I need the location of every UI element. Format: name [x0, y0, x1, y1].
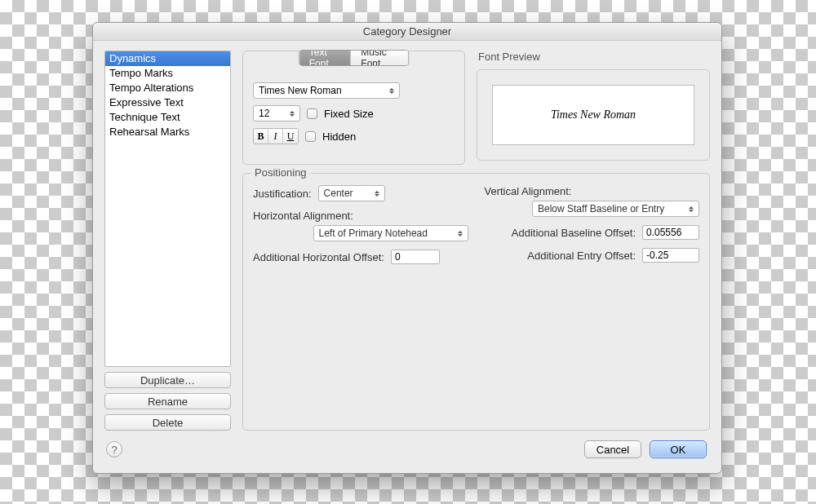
baseline-offset-label: Additional Baseline Offset: [512, 227, 636, 239]
category-item-label: Dynamics [109, 52, 156, 64]
horizontal-offset-label: Additional Horizontal Offset: [253, 251, 384, 263]
window-titlebar: Category Designer [93, 23, 721, 41]
positioning-columns: Justification: Center Horizontal Alignme… [253, 185, 699, 272]
help-button[interactable]: ? [106, 441, 122, 458]
hidden-label: Hidden [322, 130, 356, 143]
font-size-value: 12 [259, 108, 269, 119]
tab-label: Text Font [309, 50, 341, 66]
popup-caret-icon [387, 83, 397, 98]
font-preview-text: Times New Roman [492, 85, 694, 145]
positioning-panel: Positioning Justification: Center [242, 173, 710, 431]
dialog-footer: ? Cancel OK [104, 431, 710, 465]
top-row: Text Font Music Font Times New Roman 12 [242, 51, 710, 165]
category-item[interactable]: Tempo Marks [105, 66, 230, 81]
font-preview-panel: Font Preview Times New Roman [477, 51, 710, 165]
justification-popup[interactable]: Center [318, 185, 385, 201]
fixed-size-checkbox[interactable] [307, 108, 317, 119]
font-family-value: Times New Roman [259, 85, 342, 96]
category-item-label: Expressive Text [109, 96, 184, 108]
italic-toggle[interactable]: I [268, 129, 283, 144]
popup-caret-icon [455, 226, 465, 241]
baseline-offset-input[interactable] [642, 225, 699, 240]
font-size-popup[interactable]: 12 [253, 105, 300, 122]
category-item-label: Rehearsal Marks [109, 126, 189, 138]
delete-button[interactable]: Delete [104, 414, 231, 431]
bold-toggle[interactable]: B [254, 129, 268, 144]
positioning-left-col: Justification: Center Horizontal Alignme… [253, 185, 468, 272]
vertical-alignment-value: Below Staff Baseline or Entry [538, 203, 664, 214]
tab-music-font[interactable]: Music Font [351, 51, 408, 65]
style-toggle-group: B I U [253, 128, 299, 144]
fixed-size-label: Fixed Size [324, 108, 374, 120]
ok-button[interactable]: OK [650, 440, 707, 458]
category-item[interactable]: Expressive Text [105, 95, 230, 110]
category-item[interactable]: Technique Text [105, 110, 230, 125]
entry-offset-label: Additional Entry Offset: [527, 250, 636, 262]
hidden-checkbox[interactable] [305, 131, 316, 142]
horizontal-alignment-popup[interactable]: Left of Primary Notehead [313, 225, 468, 241]
justification-label: Justification: [253, 188, 312, 200]
category-item[interactable]: Dynamics [105, 51, 230, 66]
rename-button[interactable]: Rename [104, 393, 231, 409]
category-item[interactable]: Tempo Alterations [105, 81, 230, 95]
font-panel: Text Font Music Font Times New Roman 12 [242, 51, 465, 165]
horizontal-offset-input[interactable] [391, 250, 440, 264]
popup-caret-icon [287, 106, 297, 121]
category-list[interactable]: Dynamics Tempo Marks Tempo Alterations E… [104, 51, 231, 367]
category-item[interactable]: Rehearsal Marks [105, 125, 230, 139]
horizontal-alignment-value: Left of Primary Notehead [319, 228, 428, 239]
positioning-right-col: Vertical Alignment: Below Staff Baseline… [485, 185, 700, 272]
duplicate-button[interactable]: Duplicate… [104, 372, 231, 388]
underline-toggle[interactable]: U [283, 129, 298, 144]
cancel-button[interactable]: Cancel [584, 440, 641, 458]
vertical-alignment-label: Vertical Alignment: [485, 185, 572, 197]
window-title: Category Designer [363, 25, 451, 38]
font-tabs: Text Font Music Font [299, 50, 410, 66]
font-family-popup[interactable]: Times New Roman [253, 82, 400, 99]
entry-offset-input[interactable] [642, 248, 699, 263]
vertical-alignment-popup[interactable]: Below Staff Baseline or Entry [532, 201, 699, 217]
font-preview-label: Font Preview [477, 51, 710, 63]
popup-caret-icon [686, 201, 696, 216]
main-area: Dynamics Tempo Marks Tempo Alterations E… [104, 51, 710, 431]
category-item-label: Tempo Marks [109, 67, 173, 79]
category-item-label: Technique Text [109, 111, 180, 123]
positioning-label: Positioning [251, 166, 310, 179]
tab-label: Music Font [361, 50, 398, 66]
right-column: Text Font Music Font Times New Roman 12 [242, 51, 710, 431]
category-sidebar: Dynamics Tempo Marks Tempo Alterations E… [104, 51, 231, 431]
justification-value: Center [324, 188, 353, 199]
popup-caret-icon [372, 186, 382, 201]
dialog-window: Category Designer Dynamics Tempo Marks T… [92, 22, 722, 474]
dialog-body: Dynamics Tempo Marks Tempo Alterations E… [93, 41, 721, 473]
horizontal-alignment-label: Horizontal Alignment: [253, 210, 353, 222]
font-preview-box: Times New Roman [477, 69, 710, 161]
tab-text-font[interactable]: Text Font [299, 51, 352, 65]
category-item-label: Tempo Alterations [109, 82, 193, 94]
